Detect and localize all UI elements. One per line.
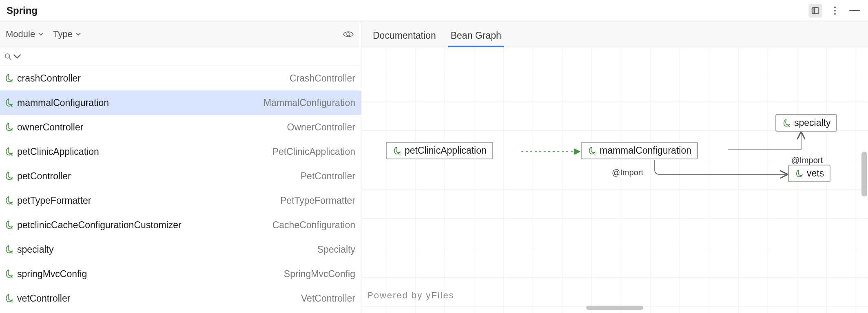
chevron-down-icon [13,53,21,61]
bean-list-item[interactable]: c petController PetController [0,164,361,188]
bean-item-left: c vetController [4,293,70,304]
scrollbar-thumb[interactable] [586,306,643,310]
bean-type: PetTypeFormatter [280,195,355,206]
graph-node-vets[interactable]: c vets [788,165,830,182]
type-dropdown[interactable]: Type [53,29,81,40]
bean-name: crashController [17,73,81,84]
bean-item-left: c petclinicCacheConfigurationCustomizer [4,220,182,231]
spring-bean-icon: c [4,98,14,108]
visibility-button[interactable] [341,27,355,41]
svg-text:c: c [11,152,13,156]
svg-line-5 [9,57,11,60]
spring-bean-icon: c [4,171,14,181]
bean-list-item[interactable]: c petclinicCacheConfigurationCustomizer … [0,213,361,237]
panel-icon [811,6,820,15]
bean-item-left: c petTypeFormatter [4,195,91,206]
bean-type: CrashController [290,73,355,84]
main-split: Module Type [0,21,868,313]
spring-bean-icon: c [4,220,14,230]
graph-edge-label: @Import [612,168,643,177]
spring-bean-icon: c [795,169,804,178]
bean-list-item[interactable]: c springMvcConfig SpringMvcConfig [0,262,361,286]
module-dropdown-label: Module [6,29,35,40]
graph-footer: Powered by yFiles [367,290,454,301]
svg-text:c: c [11,299,13,303]
bean-item-left: c petController [4,171,71,182]
bean-list-item[interactable]: c specialty Specialty [0,237,361,262]
graph-node-mammalconfiguration[interactable]: c mammalConfiguration [581,142,698,159]
svg-text:c: c [11,274,13,279]
bean-list-item[interactable]: c petTypeFormatter PetTypeFormatter [0,188,361,213]
bean-list-item[interactable]: c vetController VetController [0,286,361,311]
spring-bean-icon: c [4,245,14,254]
bean-name: springMvcConfig [17,269,87,280]
graph-node-petclinicapplication[interactable]: c petClinicApplication [386,142,493,159]
bean-type: PetController [301,171,355,182]
titlebar: Spring [0,0,868,21]
bean-type: Specialty [317,244,355,255]
tab-bean-graph[interactable]: Bean Graph [451,30,501,47]
search-input[interactable] [0,47,361,66]
tab-documentation[interactable]: Documentation [373,30,436,47]
svg-text:c: c [594,151,596,155]
graph-node-label: vets [807,168,824,179]
graph-horizontal-scrollbar[interactable] [361,306,868,311]
bean-item-left: c ownerController [4,122,83,133]
bean-list[interactable]: c crashController CrashController c mamm… [0,66,361,313]
beans-pane: Module Type [0,21,361,313]
bean-graph-canvas[interactable]: c petClinicApplication c mammalConfigura… [361,47,868,313]
bean-name: ownerController [17,122,83,133]
svg-text:c: c [788,123,790,128]
filter-dropdowns: Module Type [6,29,81,40]
titlebar-actions [808,4,861,18]
graph-node-label: mammalConfiguration [600,145,691,156]
bean-type: OwnerController [287,122,355,133]
more-options-button[interactable] [828,4,842,18]
bean-item-left: c specialty [4,244,53,255]
panel-toggle-button[interactable] [808,4,822,18]
bean-type: VetController [301,293,355,304]
spring-bean-icon: c [4,196,14,205]
chevron-down-icon [38,33,43,36]
svg-rect-1 [812,7,815,13]
bean-name: petClinicApplication [17,146,99,157]
graph-node-label: specialty [794,117,830,128]
bean-name: mammalConfiguration [17,97,109,108]
scrollbar-thumb[interactable] [861,152,867,196]
bean-type: PetClinicApplication [272,146,355,157]
type-dropdown-label: Type [53,29,73,40]
module-dropdown[interactable]: Module [6,29,43,40]
svg-text:c: c [11,250,13,254]
spring-bean-icon: c [4,269,14,279]
spring-bean-icon: c [392,146,401,155]
minimize-button[interactable] [848,4,861,18]
bean-name: petclinicCacheConfigurationCustomizer [17,220,182,231]
spring-bean-icon: c [587,146,596,155]
svg-text:c: c [801,174,803,178]
vertical-scrollbar[interactable] [861,152,867,196]
bean-list-item[interactable]: c mammalConfiguration MammalConfiguratio… [0,90,361,115]
svg-text:c: c [11,103,13,108]
spring-bean-icon: c [4,122,14,132]
svg-text:c: c [11,201,13,205]
bean-item-left: c mammalConfiguration [4,97,109,108]
graph-node-specialty[interactable]: c specialty [775,114,837,132]
chevron-down-icon [76,33,81,36]
svg-text:c: c [11,79,13,83]
bean-item-left: c springMvcConfig [4,269,87,280]
bean-list-item[interactable]: c petClinicApplication PetClinicApplicat… [0,139,361,164]
bean-name: petController [17,171,71,182]
svg-text:c: c [11,225,13,230]
bean-name: vetController [17,293,70,304]
svg-point-4 [5,53,10,58]
bean-list-item[interactable]: c ownerController OwnerController [0,115,361,139]
details-pane: Documentation Bean Graph [361,21,868,313]
spring-bean-icon: c [4,293,14,303]
svg-point-3 [347,33,350,36]
graph-edge-label: @Import [791,156,823,165]
spring-bean-icon: c [4,147,14,156]
svg-text:c: c [399,151,401,155]
spring-bean-icon: c [782,119,791,128]
bean-list-item[interactable]: c crashController CrashController [0,66,361,90]
svg-text:c: c [11,176,13,181]
